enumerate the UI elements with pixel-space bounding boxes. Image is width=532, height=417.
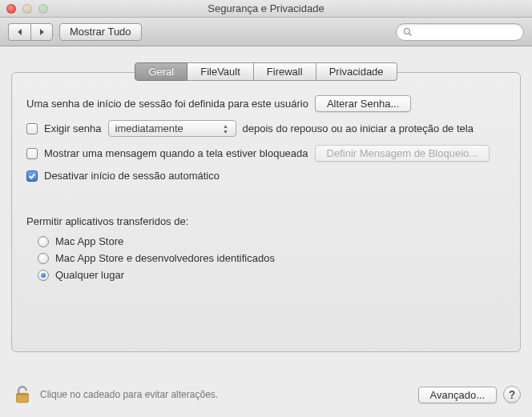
tab-row: Geral FileVault Firewall Privacidade: [11, 62, 521, 81]
show-lock-message-checkbox[interactable]: [26, 148, 38, 159]
disable-auto-login-checkbox[interactable]: [26, 170, 38, 182]
svg-line-1: [409, 33, 412, 35]
allow-apps-mas-radio[interactable]: [38, 236, 49, 247]
lock-text: Clique no cadeado para evitar alterações…: [40, 389, 412, 400]
chevron-updown-icon: ▲▼: [220, 122, 232, 134]
svg-point-0: [405, 28, 410, 34]
require-password-label-after: depois do repouso ou ao iniciar a proteç…: [243, 122, 474, 134]
search-icon: [403, 27, 413, 37]
nav-buttons: [8, 23, 53, 41]
allow-apps-heading: Permitir aplicativos transferidos de:: [26, 215, 188, 227]
disable-auto-login-label: Desativar início de sessão automático: [44, 170, 220, 182]
allow-apps-identified-radio[interactable]: [38, 253, 49, 264]
titlebar: Segurança e Privacidade: [0, 0, 532, 18]
require-password-label-before: Exigir senha: [44, 122, 102, 134]
forward-button[interactable]: [30, 23, 53, 41]
back-button[interactable]: [8, 23, 30, 41]
allow-apps-anywhere-radio[interactable]: [38, 270, 49, 281]
advanced-button[interactable]: Avançado...: [418, 387, 497, 403]
close-window-button[interactable]: [6, 4, 16, 14]
footer: Clique no cadeado para evitar alterações…: [0, 377, 532, 417]
minimize-window-button[interactable]: [22, 4, 32, 14]
allow-apps-identified-label: Mac App Store e desenvolvedores identifi…: [55, 252, 275, 264]
general-panel: Uma senha de início de sessão foi defini…: [11, 72, 521, 352]
traffic-lights: [6, 4, 48, 14]
change-password-button[interactable]: Alterar Senha...: [315, 95, 411, 112]
show-all-label: Mostrar Tudo: [70, 26, 131, 38]
show-all-button[interactable]: Mostrar Tudo: [59, 23, 142, 41]
tab-filevault[interactable]: FileVault: [187, 62, 254, 81]
search-input[interactable]: [396, 23, 524, 41]
require-password-delay-select[interactable]: imediatamente ▲▼: [108, 120, 236, 137]
zoom-window-button[interactable]: [38, 4, 48, 14]
help-button[interactable]: ?: [503, 386, 521, 403]
password-set-text: Uma senha de início de sessão foi defini…: [26, 98, 308, 110]
tab-privacy[interactable]: Privacidade: [316, 62, 397, 81]
tab-general[interactable]: Geral: [135, 62, 187, 81]
toolbar: Mostrar Tudo: [0, 18, 532, 46]
lock-icon[interactable]: [11, 383, 34, 406]
allow-apps-anywhere-label: Qualquer lugar: [55, 269, 124, 281]
show-lock-message-label: Mostrar uma mensagem quando a tela estiv…: [44, 147, 308, 159]
allow-apps-mas-label: Mac App Store: [55, 235, 123, 247]
tab-firewall[interactable]: Firewall: [254, 62, 316, 81]
set-lock-message-button[interactable]: Definir Mensagem de Bloqueio...: [315, 145, 490, 162]
svg-rect-3: [17, 393, 29, 395]
require-password-checkbox[interactable]: [26, 123, 38, 134]
window-title: Segurança e Privacidade: [0, 2, 532, 14]
